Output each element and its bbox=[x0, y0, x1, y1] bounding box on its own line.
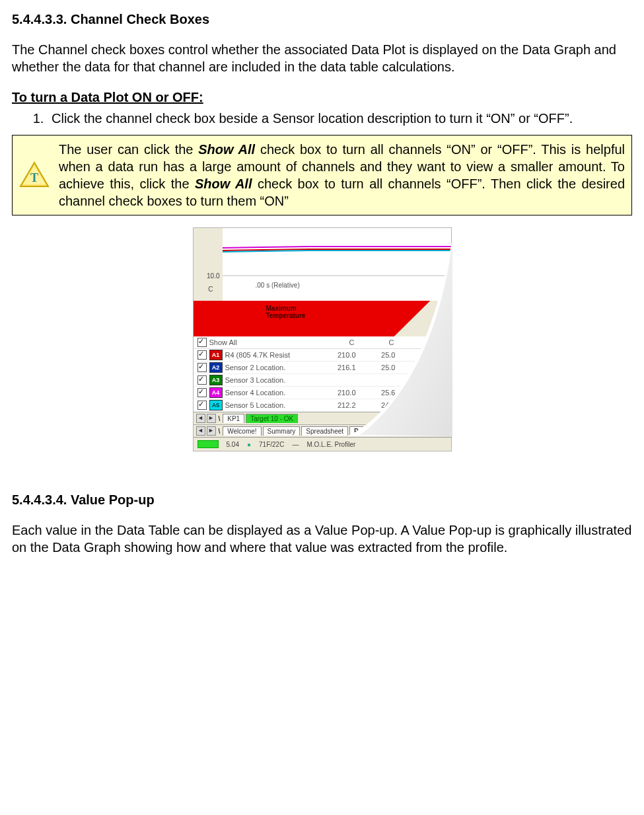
chart-area: 10.0 C .00 s (Relative) bbox=[194, 228, 451, 301]
channel-val2: 25.0 bbox=[363, 363, 396, 372]
channel-desc: Sensor 4 Location. bbox=[225, 388, 310, 397]
tab-arrow-left[interactable]: ◄ bbox=[196, 426, 205, 436]
channel-desc: Sensor 3 Location. bbox=[225, 375, 310, 385]
tab-profile[interactable]: Profile bbox=[349, 426, 379, 436]
svg-text:T: T bbox=[30, 171, 38, 184]
bottom-tabstrip: ◄ ► \ Welcome! Summary Spreadsheet Profi… bbox=[194, 424, 451, 437]
channel-desc: Sensor 2 Location. bbox=[225, 363, 310, 372]
channel-desc: Sensor 5 Location. bbox=[225, 401, 310, 410]
status-value-1: 5.04 bbox=[227, 440, 239, 449]
red-band-label: Maximum Temperature bbox=[266, 305, 306, 319]
show-all-checkbox[interactable] bbox=[197, 338, 207, 347]
channel-checkbox[interactable] bbox=[197, 363, 207, 372]
status-value-3: M.O.L.E. Profiler bbox=[306, 440, 355, 449]
tab-summary[interactable]: Summary bbox=[263, 426, 301, 436]
channel-val1: 210.0 bbox=[310, 388, 363, 397]
channel-table: Show All C C A1 R4 (805 4.7K Resist 210.… bbox=[194, 336, 451, 437]
tab-welcome[interactable]: Welcome! bbox=[223, 426, 261, 436]
tip-text: The user can click the Show All check bo… bbox=[59, 141, 625, 210]
status-indicator bbox=[197, 440, 219, 448]
channel-checkbox[interactable] bbox=[197, 350, 207, 360]
tab-spreadsheet[interactable]: Spreadsheet bbox=[301, 426, 348, 436]
channel-checkbox[interactable] bbox=[197, 401, 207, 410]
tip-icon: T bbox=[19, 161, 50, 189]
channel-val1: 216.1 bbox=[310, 363, 363, 372]
tab-arrow-left[interactable]: ◄ bbox=[196, 414, 205, 423]
y-unit: C bbox=[208, 285, 213, 293]
channel-chip: A4 bbox=[209, 387, 223, 398]
channel-val1: 210.0 bbox=[310, 350, 363, 360]
table-row: A3 Sensor 3 Location. bbox=[194, 374, 451, 387]
channel-checkbox[interactable] bbox=[197, 375, 207, 385]
step-1: Click the channel check box beside a Sen… bbox=[48, 110, 632, 127]
channel-chip: A3 bbox=[209, 375, 223, 385]
show-all-label: Show All bbox=[209, 338, 308, 347]
x-axis-label: .00 s (Relative) bbox=[256, 281, 300, 290]
show-all-row: Show All C C bbox=[194, 336, 451, 349]
tip-box: T The user can click the Show All check … bbox=[12, 135, 632, 215]
channel-chip: A2 bbox=[209, 362, 223, 373]
table-row: A1 R4 (805 4.7K Resist 210.0 25.0 bbox=[194, 349, 451, 362]
section-1-intro: The Channel check boxes control whether … bbox=[12, 41, 632, 75]
channel-checkbox[interactable] bbox=[197, 388, 207, 397]
col-unit-1: C bbox=[308, 338, 361, 347]
channel-val1: 212.2 bbox=[310, 401, 363, 410]
channel-val2: 24.4 bbox=[363, 401, 396, 410]
channel-val2: 25.0 bbox=[363, 350, 396, 360]
tab-arrow-right[interactable]: ► bbox=[207, 414, 216, 423]
howto-heading: To turn a Data Plot ON or OFF: bbox=[12, 89, 632, 106]
section-heading-1: 5.4.4.3.3. Channel Check Boxes bbox=[12, 11, 632, 28]
screenshot-figure: 10.0 C .00 s (Relative) Maximum Temperat… bbox=[193, 227, 452, 451]
y-tick: 10.0 bbox=[207, 272, 219, 280]
scroll-left-icon[interactable]: ◄ bbox=[442, 414, 451, 423]
kpi-tab[interactable]: KP1 bbox=[223, 414, 244, 423]
red-summary-band: Maximum Temperature bbox=[194, 301, 451, 336]
channel-desc: R4 (805 4.7K Resist bbox=[225, 350, 310, 360]
channel-chip: A5 bbox=[209, 400, 223, 410]
status-value-2: 71F/22C bbox=[259, 440, 284, 449]
col-unit-2: C bbox=[361, 338, 394, 347]
steps-list: Click the channel check box beside a Sen… bbox=[12, 110, 632, 127]
tab-arrow-right[interactable]: ► bbox=[207, 426, 216, 436]
channel-chip: A1 bbox=[209, 350, 223, 360]
kpi-target-tab[interactable]: Target 10 - OK bbox=[246, 414, 298, 423]
kpi-tabstrip: ◄ ► \ KP1 Target 10 - OK ◄ bbox=[194, 412, 451, 424]
section-heading-2: 5.4.4.3.4. Value Pop-up bbox=[12, 491, 632, 508]
table-row: A2 Sensor 2 Location. 216.1 25.0 bbox=[194, 362, 451, 374]
status-bar: 5.04 ● 71F/22C — M.O.L.E. Profiler bbox=[194, 437, 451, 451]
table-row: A5 Sensor 5 Location. 212.2 24.4 bbox=[194, 399, 451, 412]
table-row: A4 Sensor 4 Location. 210.0 25.6 bbox=[194, 387, 451, 399]
section-2-intro: Each value in the Data Table can be disp… bbox=[12, 522, 632, 556]
channel-val2: 25.6 bbox=[363, 388, 396, 397]
